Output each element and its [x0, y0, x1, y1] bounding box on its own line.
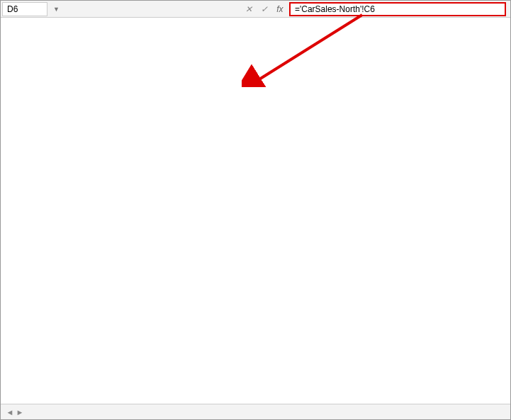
- tab-nav-next-icon[interactable]: ►: [15, 408, 25, 416]
- tab-nav-prev-icon[interactable]: ◄: [5, 408, 15, 416]
- sheet-tabs-bar: ◄ ►: [1, 404, 510, 419]
- formula-bar: D6 ▼ ✕ ✓ fx ='CarSales-North'!C6: [1, 1, 510, 18]
- svg-line-0: [256, 15, 362, 81]
- name-box-dropdown-icon[interactable]: ▼: [49, 6, 64, 13]
- name-box[interactable]: D6: [2, 2, 47, 16]
- accept-formula-icon[interactable]: ✓: [257, 4, 272, 14]
- cancel-formula-icon[interactable]: ✕: [241, 4, 257, 14]
- fx-icon[interactable]: fx: [272, 4, 288, 14]
- annotation-arrow-icon: [242, 9, 398, 87]
- formula-input[interactable]: ='CarSales-North'!C6: [289, 2, 506, 16]
